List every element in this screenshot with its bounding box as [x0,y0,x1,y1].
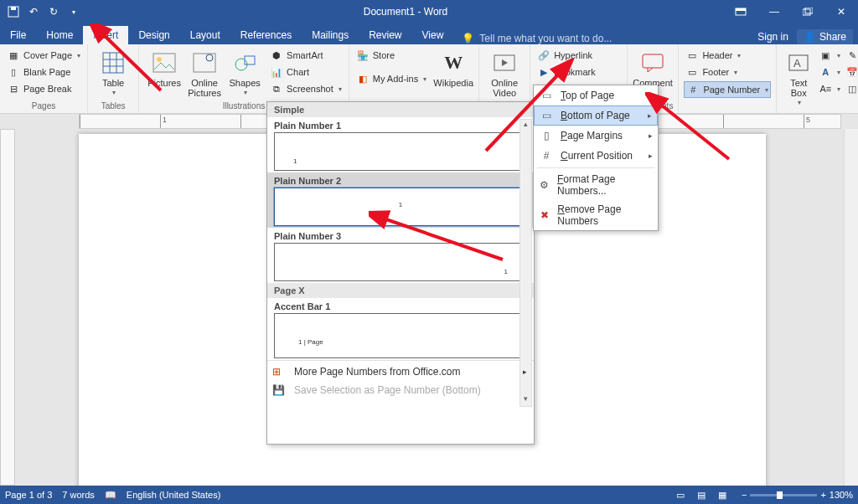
zoom-out-icon[interactable]: − [742,490,747,500]
comment-button[interactable]: Comment [633,46,673,88]
svg-marker-18 [502,59,508,66]
tab-view[interactable]: View [412,26,454,44]
qat-customize-icon[interactable]: ▾ [65,3,82,20]
text-box-button[interactable]: AText Box [782,46,815,107]
footer-button[interactable]: ▭Footer [684,64,771,80]
online-pictures-button[interactable]: Online Pictures [184,46,225,98]
menu-page-margins[interactable]: ▯Page Margins▸ [534,126,658,146]
zoom-slider[interactable] [750,494,817,496]
group-text: AText Box ▣ A A≡ ✎ 📅 ◫ [776,44,858,113]
gallery-item-plain-3[interactable]: Plain Number 3 1 [267,228,534,283]
shapes-button[interactable]: Shapes [225,46,265,97]
online-pictures-icon [191,49,218,76]
save-icon[interactable] [5,3,22,20]
menu-bottom-of-page[interactable]: ▭Bottom of Page▸ [534,105,658,126]
signature-button[interactable]: ✎ [844,48,858,63]
menu-remove-page-numbers[interactable]: ✖Remove Page Numbers [534,200,658,230]
smartart-button[interactable]: ⬢SmartArt [268,48,344,63]
svg-point-12 [157,57,162,62]
zoom-control: − + 130% [742,490,853,500]
wikipedia-button[interactable]: WWikipedia [433,46,473,88]
more-page-numbers[interactable]: ⊞More Page Numbers from Office.com▸ [267,363,534,381]
screenshot-icon: ⧉ [270,82,283,95]
undo-icon[interactable]: ↶ [25,3,42,20]
web-layout-icon[interactable]: ▦ [713,490,731,501]
page-number-button[interactable]: #Page Number [684,81,771,98]
tab-design[interactable]: Design [128,26,179,44]
title-bar: ↶ ↻ ▾ Document1 - Word — ✕ [0,0,858,23]
pictures-button[interactable]: Pictures [144,46,184,88]
screenshot-button[interactable]: ⧉Screenshot [268,81,344,96]
svg-text:A: A [793,57,801,69]
bookmark-button[interactable]: ▶Bookmark [535,64,622,80]
group-label [684,101,771,113]
table-button[interactable]: Table [93,46,133,97]
ribbon-options-icon[interactable] [724,0,757,23]
svg-rect-1 [11,7,16,10]
menu-format-page-numbers[interactable]: ⚙Format Page Numbers... [534,170,658,200]
tab-file[interactable]: File [0,26,36,44]
chart-button[interactable]: 📊Chart [268,64,344,80]
picture-icon [151,49,178,76]
page-number-menu: ▭Top of Page▸ ▭Bottom of Page▸ ▯Page Mar… [533,85,659,231]
zoom-in-icon[interactable]: + [820,490,825,500]
footer-icon: ▭ [685,65,699,79]
minimize-icon[interactable]: — [757,0,791,23]
tab-review[interactable]: Review [359,26,411,44]
gallery-item-plain-2[interactable]: Plain Number 2 1 [267,172,534,228]
spellcheck-icon[interactable]: 📖 [105,490,116,501]
store-button[interactable]: 🏪Store [354,48,428,63]
vertical-scrollbar[interactable] [844,129,858,486]
my-addins-button[interactable]: ◧My Add-ins [354,71,428,86]
cover-page-button[interactable]: ▦Cover Page [5,48,82,63]
blank-page-button[interactable]: ▯Blank Page [5,64,82,80]
header-button[interactable]: ▭Header [684,48,771,63]
close-icon[interactable]: ✕ [824,0,858,23]
drop-cap-button[interactable]: A≡ [817,81,842,96]
gallery-section-simple: Simple [267,102,534,117]
read-mode-icon[interactable]: ▭ [671,490,690,501]
group-tables: Table Tables [88,44,139,113]
print-layout-icon[interactable]: ▤ [692,490,711,501]
svg-point-14 [206,54,213,61]
date-icon: 📅 [845,65,858,79]
quick-parts-button[interactable]: ▣ [817,48,842,63]
gallery-footer: ⊞More Page Numbers from Office.com▸ 💾Sav… [267,360,534,401]
page-top-icon: ▭ [539,89,554,102]
format-icon: ⚙ [539,178,550,192]
tab-home[interactable]: Home [36,26,83,44]
break-icon: ⊟ [7,82,20,95]
page-break-button[interactable]: ⊟Page Break [5,81,82,96]
tab-insert[interactable]: Insert [83,26,128,44]
share-button[interactable]: 👤 Share [797,29,853,44]
page-status[interactable]: Page 1 of 3 [5,490,52,500]
zoom-level[interactable]: 130% [830,490,853,500]
tab-layout[interactable]: Layout [180,26,230,44]
redo-icon[interactable]: ↻ [45,3,62,20]
gallery-item-accent-1[interactable]: Accent Bar 1 1 | Page [267,298,534,360]
wordart-button[interactable]: A [817,64,842,80]
gallery-item-plain-1[interactable]: Plain Number 1 1 [267,117,534,172]
maximize-icon[interactable] [791,0,824,23]
group-label: Tables [93,101,133,113]
tab-mailings[interactable]: Mailings [302,26,359,44]
menu-current-position[interactable]: #Current Position▸ [534,146,658,166]
date-time-button[interactable]: 📅 [844,64,858,80]
header-icon: ▭ [685,49,699,62]
tell-me-search[interactable]: 💡 Tell me what you want to do... [453,33,757,44]
video-icon [491,49,518,76]
word-count[interactable]: 7 words [62,490,95,500]
online-video-button[interactable]: Online Video [484,46,525,98]
menu-top-of-page[interactable]: ▭Top of Page▸ [534,85,658,105]
signature-icon: ✎ [845,49,858,62]
vertical-ruler[interactable] [0,129,15,486]
store-icon: 🏪 [356,49,370,62]
chart-icon: 📊 [270,65,283,79]
share-icon: 👤 [804,31,816,43]
hyperlink-button[interactable]: 🔗Hyperlink [535,48,622,63]
sign-in-link[interactable]: Sign in [757,31,788,43]
language-status[interactable]: English (United States) [127,490,221,500]
tab-references[interactable]: References [230,26,302,44]
object-button[interactable]: ◫ [844,81,858,96]
gallery-section-pagex: Page X [267,283,534,298]
